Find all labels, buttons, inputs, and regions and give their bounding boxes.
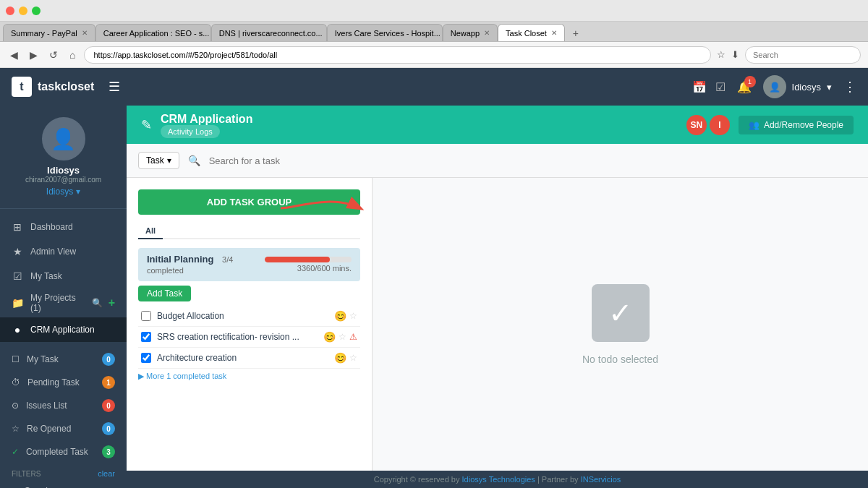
- user-menu[interactable]: 👤 Idiosys ▾: [763, 75, 832, 98]
- sidebar-item-admin-view[interactable]: ★ Admin View: [0, 239, 127, 264]
- task-group-header: Initial Planning 3/4 completed 3360/600 …: [138, 248, 360, 281]
- sidebar-task-completed[interactable]: ✓ Completed Task 3: [0, 440, 127, 463]
- sidebar-project-label: Idiosys: [46, 187, 73, 197]
- menu-dots-btn[interactable]: ⋮: [843, 79, 856, 95]
- search-projects-icon[interactable]: 🔍: [92, 298, 103, 308]
- my-task-icon: ☑: [12, 270, 23, 282]
- task-checkbox[interactable]: [141, 332, 151, 342]
- dropdown-arrow-icon: ▾: [167, 155, 171, 166]
- sidebar-item-my-task[interactable]: ☑ My Task: [0, 264, 127, 288]
- reload-btn[interactable]: ↺: [46, 48, 61, 62]
- calendar-btn[interactable]: 📅: [692, 80, 707, 94]
- sidebar-task-issues[interactable]: ⊙ Issues List 0: [0, 394, 127, 417]
- more-completed-link[interactable]: More 1 completed task: [138, 369, 360, 384]
- add-task-group-btn[interactable]: ADD TASK GROUP: [138, 189, 360, 215]
- sidebar-item-label: Admin View: [30, 247, 76, 257]
- completed-icon: ✓: [12, 447, 19, 457]
- tab-career[interactable]: Career Application : SEO - s... ✕: [95, 24, 211, 41]
- crm-icon: ●: [12, 324, 23, 335]
- task-dropdown[interactable]: Task ▾: [138, 152, 179, 169]
- logo-text: taskcloset: [38, 80, 94, 93]
- pending-count-badge: 1: [102, 376, 115, 389]
- checklist-btn[interactable]: ☑: [715, 80, 726, 94]
- close-tab-icon[interactable]: ✕: [82, 29, 88, 37]
- task-emoji-icon: 😊: [323, 331, 336, 343]
- sidebar-task-pending[interactable]: ⏱ Pending Task 1: [0, 371, 127, 394]
- reopened-icon: ☆: [12, 424, 20, 434]
- app-wrapper: t taskcloset ☰ 📅 ☑ 🔔 1 👤 Idiosys ▾ ⋮: [0, 68, 868, 488]
- task-star-icon[interactable]: ☆: [349, 353, 357, 363]
- sidebar-nav: ⊞ Dashboard ★ Admin View ☑ My Task 📁 My …: [0, 209, 127, 348]
- sidebar-item-dashboard[interactable]: ⊞ Dashboard: [0, 215, 127, 239]
- task-checkbox[interactable]: [141, 353, 151, 363]
- maximize-window-btn[interactable]: [32, 7, 41, 15]
- bookmark-icon[interactable]: ☆: [717, 49, 726, 60]
- task-list-panel: ADD TASK GROUP: [127, 178, 373, 471]
- close-tab-icon[interactable]: ✕: [484, 29, 490, 37]
- tab-dns[interactable]: DNS | riverscareconnect.co... ✕: [211, 24, 327, 41]
- hamburger-menu-btn[interactable]: ☰: [109, 79, 120, 95]
- sidebar-item-label: My Task: [30, 271, 62, 281]
- footer-partner-link[interactable]: INServicios: [581, 475, 621, 484]
- task-label: Pending Task: [27, 377, 80, 388]
- task-emoji-icon: 😊: [334, 352, 346, 364]
- task-star-icon[interactable]: ☆: [349, 311, 357, 321]
- sidebar-item-my-projects[interactable]: 📁 My Projects (1): [12, 293, 86, 313]
- download-icon[interactable]: ⬇: [731, 49, 739, 60]
- sidebar-user: 👤 Idiosys chiran2007@gmail.com Idiosys ▾: [0, 106, 127, 209]
- task-item-budget-allocation: Budget Allocation 😊 ☆: [138, 306, 360, 327]
- task-label: Completed Task: [26, 447, 88, 457]
- address-bar-icons: ☆ ⬇: [717, 49, 739, 60]
- task-filter-tabs: All: [138, 223, 360, 239]
- filter-tab-all[interactable]: All: [138, 223, 163, 239]
- back-btn[interactable]: ◀: [7, 48, 21, 62]
- filters-clear-btn[interactable]: clear: [98, 469, 115, 478]
- notification-btn[interactable]: 🔔 1: [737, 80, 752, 94]
- toolbar: Task ▾ 🔍: [127, 144, 868, 178]
- sidebar-project-dropdown[interactable]: Idiosys ▾: [46, 187, 80, 197]
- sidebar-item-crm-application[interactable]: ● CRM Application: [0, 317, 127, 342]
- close-window-btn[interactable]: [6, 7, 14, 15]
- task-group-initial-planning: Initial Planning 3/4 completed 3360/600 …: [138, 248, 360, 384]
- new-tab-btn[interactable]: +: [568, 25, 584, 41]
- add-task-btn[interactable]: Add Task: [138, 286, 191, 301]
- content-area: ✎ CRM Application Activity Logs SN I 👥 A…: [127, 106, 868, 488]
- sidebar-item-label: Dashboard: [30, 222, 73, 232]
- tab-label: DNS | riverscareconnect.co...: [219, 29, 323, 38]
- task-name: Architecture creation: [157, 353, 328, 363]
- sidebar-task-section: ☐ My Task 0 ⏱ Pending Task 1 ⊙ Issues Li…: [0, 348, 127, 463]
- forward-btn[interactable]: ▶: [27, 48, 41, 62]
- sidebar-task-my-task[interactable]: ☐ My Task 0: [0, 348, 127, 371]
- search-icon: 🔍: [188, 155, 200, 166]
- group-time: 3360/600 mins.: [265, 264, 352, 273]
- completed-count-badge: 3: [102, 445, 115, 458]
- tab-ivers[interactable]: Ivers Care Services - Hospit... ✕: [327, 24, 443, 41]
- chevron-down-icon: ▾: [76, 187, 80, 197]
- browser-search-input[interactable]: [745, 46, 861, 64]
- app-topbar: t taskcloset ☰ 📅 ☑ 🔔 1 👤 Idiosys ▾ ⋮: [0, 68, 868, 106]
- add-task-group-container: ADD TASK GROUP: [138, 189, 360, 223]
- footer-company-link[interactable]: Idiosys Technologies: [462, 475, 535, 484]
- main-area: 👤 Idiosys chiran2007@gmail.com Idiosys ▾…: [0, 106, 868, 488]
- task-star-icon[interactable]: ☆: [339, 332, 346, 342]
- minimize-window-btn[interactable]: [19, 7, 27, 15]
- sidebar-task-reopened[interactable]: ☆ Re Opened 0: [0, 417, 127, 440]
- tab-summary-paypal[interactable]: Summary - PayPal ✕: [3, 24, 95, 41]
- task-item-architecture: Architecture creation 😊 ☆: [138, 348, 360, 369]
- home-btn[interactable]: ⌂: [67, 48, 78, 62]
- add-remove-people-btn[interactable]: 👥 Add/Remove People: [739, 116, 854, 134]
- tab-taskcloset[interactable]: Task Closet ✕: [498, 24, 565, 41]
- search-task-input[interactable]: [209, 150, 856, 171]
- logo-letter: t: [20, 80, 23, 93]
- task-checkbox[interactable]: [141, 311, 151, 321]
- sidebar-filter-overdue[interactable]: ● Overdue: [0, 481, 127, 488]
- user-avatar-icon: 👤: [769, 82, 780, 93]
- activity-logs-btn[interactable]: Activity Logs: [161, 125, 220, 138]
- add-project-icon[interactable]: +: [109, 296, 115, 309]
- url-input[interactable]: [84, 46, 711, 64]
- tab-newapp[interactable]: Newapp ✕: [443, 24, 498, 41]
- close-tab-icon[interactable]: ✕: [551, 29, 557, 37]
- people-icon: 👥: [749, 120, 760, 130]
- edit-icon: ✎: [141, 117, 152, 133]
- tab-label: Newapp: [451, 29, 480, 38]
